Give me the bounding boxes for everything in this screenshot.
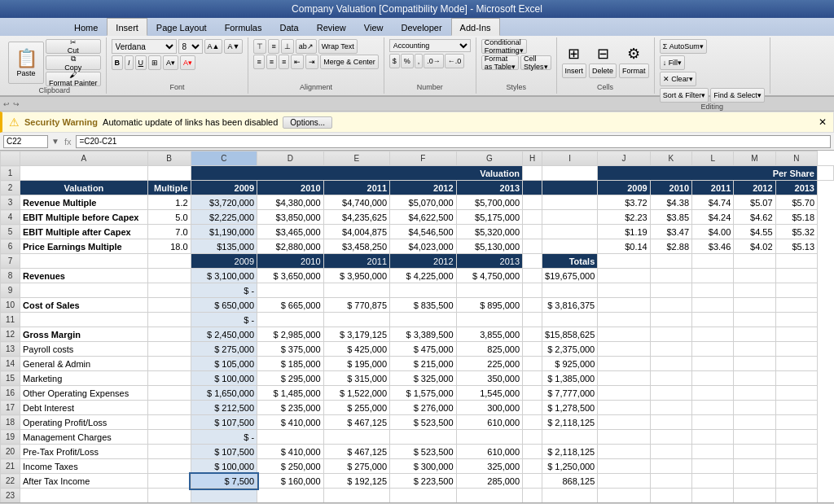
delete-button[interactable]: Delete <box>589 64 617 78</box>
table-cell[interactable] <box>147 283 191 298</box>
tab-developer[interactable]: Developer <box>392 18 450 36</box>
table-cell[interactable] <box>598 386 650 401</box>
insert-button[interactable]: Insert <box>562 64 587 78</box>
table-cell[interactable] <box>542 489 598 503</box>
table-cell[interactable] <box>147 298 191 313</box>
table-cell[interactable]: $ - <box>191 313 257 327</box>
table-cell[interactable] <box>650 489 691 503</box>
dropdown-icon[interactable]: ▼ <box>51 137 59 146</box>
table-cell[interactable] <box>692 474 734 489</box>
table-cell[interactable]: $3,720,000 <box>191 195 257 210</box>
table-cell[interactable]: 7.0 <box>147 225 191 239</box>
table-cell[interactable]: $1.19 <box>598 225 650 239</box>
row-header[interactable]: 21 <box>1 459 20 474</box>
table-cell[interactable] <box>650 313 691 327</box>
table-cell[interactable] <box>257 489 324 503</box>
table-cell[interactable]: After Tax Income <box>20 474 148 489</box>
table-cell[interactable] <box>775 283 817 298</box>
table-cell[interactable] <box>650 342 691 357</box>
table-cell[interactable] <box>523 166 542 181</box>
table-cell[interactable]: $ 105,000 <box>191 357 257 371</box>
table-cell[interactable]: General & Admin <box>20 357 148 371</box>
align-left-button[interactable]: ≡ <box>253 55 264 69</box>
table-cell[interactable]: 18.0 <box>147 239 191 254</box>
row-header[interactable]: 18 <box>1 415 20 430</box>
table-cell[interactable] <box>523 269 542 283</box>
table-cell[interactable]: $ 1,385,000 <box>542 371 598 386</box>
table-cell[interactable]: $4.00 <box>692 225 734 239</box>
table-cell[interactable] <box>598 459 650 474</box>
table-cell[interactable]: 350,000 <box>456 371 523 386</box>
table-cell[interactable] <box>147 401 191 415</box>
row-header[interactable]: 15 <box>1 371 20 386</box>
table-cell[interactable] <box>20 283 148 298</box>
table-cell[interactable]: $5.18 <box>775 210 817 225</box>
table-cell[interactable]: $19,675,000 <box>542 269 598 283</box>
percent-button[interactable]: % <box>401 54 414 68</box>
wrap-text-button[interactable]: Wrap Text <box>318 39 358 54</box>
table-cell[interactable]: 2011 <box>692 181 734 195</box>
table-cell[interactable] <box>147 327 191 342</box>
table-cell[interactable] <box>147 474 191 489</box>
table-cell[interactable]: Cost of Sales <box>20 298 148 313</box>
table-cell[interactable] <box>523 474 542 489</box>
table-cell[interactable] <box>818 166 834 181</box>
table-cell[interactable]: $ 467,125 <box>323 415 390 430</box>
col-header-d[interactable]: D <box>257 151 324 166</box>
table-cell[interactable] <box>734 459 775 474</box>
cell-reference-input[interactable] <box>3 135 48 148</box>
table-cell[interactable]: $ 4,750,000 <box>456 269 523 283</box>
table-cell[interactable]: $ 925,000 <box>542 357 598 371</box>
table-cell[interactable] <box>692 445 734 459</box>
tab-home[interactable]: Home <box>65 18 107 36</box>
table-cell[interactable] <box>734 313 775 327</box>
clear-button[interactable]: ✕ Clear▾ <box>660 72 696 86</box>
format-button[interactable]: Format <box>619 64 649 78</box>
row-header[interactable]: 12 <box>1 327 20 342</box>
table-cell[interactable]: Multiple <box>147 181 191 195</box>
table-cell[interactable]: $ 2,375,000 <box>542 342 598 357</box>
table-cell[interactable]: $ 235,000 <box>257 401 324 415</box>
table-cell[interactable] <box>598 415 650 430</box>
indent-decrease-button[interactable]: ⇤ <box>291 55 304 69</box>
table-cell[interactable]: $ 100,000 <box>191 459 257 474</box>
table-cell[interactable]: $1,190,000 <box>191 225 257 239</box>
col-header-b[interactable]: B <box>147 151 191 166</box>
table-cell[interactable]: 825,000 <box>456 342 523 357</box>
table-cell[interactable] <box>598 298 650 313</box>
table-cell[interactable]: $ 3,179,125 <box>323 327 390 342</box>
row-header[interactable]: 7 <box>1 254 20 269</box>
table-cell[interactable] <box>650 459 691 474</box>
table-cell[interactable] <box>598 283 650 298</box>
table-cell[interactable] <box>147 166 191 181</box>
table-cell[interactable] <box>692 415 734 430</box>
table-cell[interactable]: $ 895,000 <box>456 298 523 313</box>
table-cell[interactable]: $ 2,118,125 <box>542 415 598 430</box>
table-cell[interactable]: $ 523,500 <box>390 415 457 430</box>
tab-insert[interactable]: Insert <box>107 18 147 36</box>
table-cell[interactable]: $ 3,650,000 <box>257 269 324 283</box>
col-header-j[interactable]: J <box>598 151 650 166</box>
table-cell[interactable] <box>147 489 191 503</box>
table-cell[interactable]: $4,235,625 <box>323 210 390 225</box>
table-cell[interactable] <box>775 298 817 313</box>
table-cell[interactable]: $ 250,000 <box>257 459 324 474</box>
table-cell[interactable] <box>323 313 390 327</box>
table-cell[interactable] <box>20 254 148 269</box>
table-cell[interactable]: $ 100,000 <box>191 371 257 386</box>
table-cell[interactable]: $5.70 <box>775 195 817 210</box>
table-cell[interactable] <box>650 298 691 313</box>
table-cell[interactable]: Gross Margin <box>20 327 148 342</box>
format-as-table-button[interactable]: Formatas Table▾ <box>481 55 519 70</box>
table-cell[interactable]: $ 300,000 <box>390 459 457 474</box>
table-cell[interactable]: 2013 <box>456 181 523 195</box>
col-header-m[interactable]: M <box>734 151 775 166</box>
row-header[interactable]: 16 <box>1 386 20 401</box>
tab-addins[interactable]: Add-Ins <box>451 18 500 36</box>
table-cell[interactable]: $ 223,500 <box>390 474 457 489</box>
table-cell[interactable]: 2009 <box>191 181 257 195</box>
table-cell[interactable]: $ 665,000 <box>257 298 324 313</box>
align-top-button[interactable]: ⊤ <box>253 39 266 54</box>
table-cell[interactable]: 2010 <box>257 254 324 269</box>
table-cell[interactable] <box>523 313 542 327</box>
